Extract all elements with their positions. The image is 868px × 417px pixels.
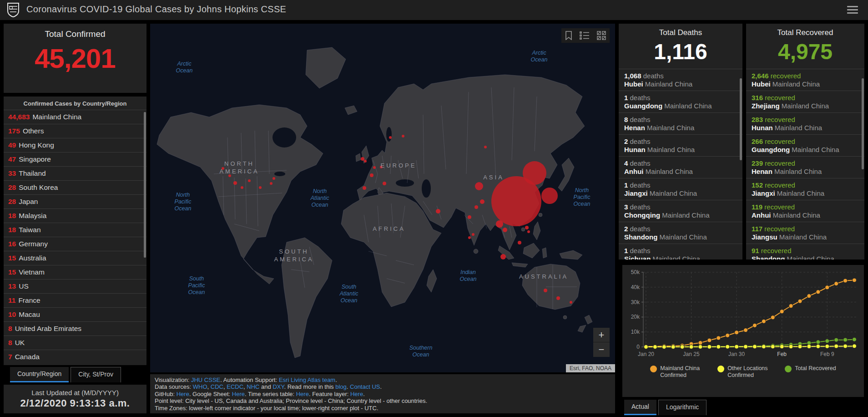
data-point[interactable]	[780, 345, 784, 349]
data-point[interactable]	[789, 345, 793, 349]
data-point[interactable]	[789, 304, 793, 308]
data-point[interactable]	[698, 341, 702, 345]
data-point[interactable]	[680, 345, 684, 349]
data-point[interactable]	[807, 344, 811, 348]
data-point[interactable]	[771, 315, 775, 320]
data-point[interactable]	[843, 279, 848, 283]
map-canvas[interactable]: ArcticOceanArcticOceanNorthAtlanticOcean…	[150, 24, 615, 372]
stat-row[interactable]: 1,068 deathsHubei Mainland China	[619, 69, 742, 91]
timeline-chart[interactable]: 010k20k30k40k50kJan 20Jan 25Jan 30FebFeb…	[622, 265, 864, 361]
data-point[interactable]	[752, 323, 757, 327]
tab-logarithmic[interactable]: Logarithmic	[658, 400, 707, 415]
zoom-in-button[interactable]: +	[593, 328, 610, 342]
data-point[interactable]	[735, 331, 739, 335]
data-point[interactable]	[662, 345, 666, 349]
confirmed-row[interactable]: 15Australia	[4, 251, 146, 265]
tab-city-stprov[interactable]: City, St/Prov	[71, 367, 121, 382]
confirmed-row[interactable]: 28South Korea	[4, 180, 146, 194]
data-point[interactable]	[843, 344, 848, 348]
confirmed-row[interactable]: 16Germany	[4, 237, 146, 251]
data-point[interactable]	[780, 310, 784, 314]
stat-row[interactable]: 3 deathsChongqing Mainland China	[619, 200, 742, 222]
confirmed-row[interactable]: 10Macau	[4, 307, 146, 321]
tab-actual[interactable]: Actual	[624, 400, 656, 415]
stat-row[interactable]: 1 deathsSichuan Mainland China	[619, 244, 742, 259]
confirmed-row[interactable]: 15Vietnam	[4, 265, 146, 279]
footer-link[interactable]: Here	[232, 391, 245, 397]
footer-link[interactable]: DXY	[273, 383, 284, 390]
stat-row[interactable]: 2,646 recoveredHubei Mainland China	[746, 69, 864, 91]
data-point[interactable]	[853, 344, 857, 348]
data-point[interactable]	[717, 345, 721, 349]
confirmed-row[interactable]: 18Taiwan	[4, 223, 146, 237]
data-point[interactable]	[752, 345, 757, 349]
footer-link[interactable]: Esri Living Atlas team	[279, 376, 335, 383]
data-point[interactable]	[834, 282, 838, 286]
data-point[interactable]	[762, 319, 766, 323]
stat-row[interactable]: 152 recoveredJiangxi Mainland China	[746, 178, 864, 200]
footer-link[interactable]: WHO	[193, 383, 207, 390]
footer-link[interactable]: Contact US	[350, 383, 380, 390]
zoom-out-button[interactable]: −	[593, 342, 610, 357]
data-point[interactable]	[816, 344, 820, 348]
data-point[interactable]	[762, 345, 766, 349]
confirmed-row[interactable]: 7Canada	[4, 350, 146, 364]
data-point[interactable]	[853, 337, 857, 341]
stat-row[interactable]: 283 recoveredHunan Mainland China	[746, 112, 864, 134]
stat-row[interactable]: 4 deathsAnhui Mainland China	[619, 156, 742, 178]
legend-mainland-china[interactable]: Mainland China Confirmed	[650, 365, 706, 379]
legend-total-recovered[interactable]: Total Recovered	[785, 365, 836, 379]
data-point[interactable]	[798, 299, 802, 303]
world-map[interactable]: ArcticOceanArcticOceanNorthAtlanticOcean…	[150, 24, 615, 372]
footer-link[interactable]: JHU CSSE	[191, 376, 220, 383]
data-point[interactable]	[816, 340, 820, 344]
data-point[interactable]	[771, 345, 775, 349]
stat-row[interactable]: 316 recoveredZhejiang Mainland China	[746, 91, 864, 112]
data-point[interactable]	[807, 294, 811, 298]
data-point[interactable]	[843, 338, 848, 342]
data-point[interactable]	[816, 290, 820, 294]
legend-other-locations[interactable]: Other Locations Confirmed	[717, 365, 773, 379]
confirmed-row[interactable]: 8United Arab Emirates	[4, 321, 146, 336]
footer-link[interactable]: blog	[335, 383, 347, 390]
bookmark-icon[interactable]	[565, 31, 572, 40]
stat-row[interactable]: 266 recoveredGuangdong Mainland China	[746, 134, 864, 156]
stat-row[interactable]: 1 deathsJiangxi Mainland China	[619, 178, 742, 200]
scrollbar-thumb[interactable]	[862, 78, 864, 169]
footer-link[interactable]: CDC	[211, 383, 223, 390]
footer-link[interactable]: Here	[296, 391, 309, 397]
data-point[interactable]	[671, 345, 675, 349]
stat-row[interactable]: 239 recoveredHenan Mainland China	[746, 156, 864, 178]
footer-link[interactable]: Here	[350, 391, 363, 397]
confirmed-row[interactable]: 175Others	[4, 124, 146, 138]
footer-link[interactable]: ECDC	[227, 383, 243, 390]
data-point[interactable]	[698, 345, 702, 349]
data-point[interactable]	[689, 345, 693, 349]
confirmed-row[interactable]: 49Hong Kong	[4, 138, 146, 152]
confirmed-row[interactable]: 18Malaysia	[4, 208, 146, 223]
data-point[interactable]	[726, 345, 730, 349]
basemap-grid-icon[interactable]	[597, 31, 606, 40]
legend-list-icon[interactable]	[580, 31, 590, 40]
confirmed-row[interactable]: 13US	[4, 279, 146, 293]
stat-row[interactable]: 117 recoveredJiangsu Mainland China	[746, 222, 864, 244]
data-point[interactable]	[726, 333, 730, 337]
data-point[interactable]	[825, 344, 829, 348]
data-point[interactable]	[834, 338, 838, 342]
data-point[interactable]	[825, 285, 829, 290]
confirmed-row[interactable]: 28Japan	[4, 194, 146, 208]
confirmed-row[interactable]: 8UK	[4, 336, 146, 350]
data-point[interactable]	[744, 345, 748, 349]
data-point[interactable]	[644, 345, 648, 349]
data-point[interactable]	[798, 345, 802, 349]
data-point[interactable]	[653, 345, 657, 349]
scrollbar-thumb[interactable]	[144, 112, 146, 258]
data-point[interactable]	[707, 338, 712, 342]
data-point[interactable]	[735, 345, 739, 349]
tab-country-region[interactable]: Country/Region	[10, 367, 69, 382]
menu-icon[interactable]	[847, 6, 858, 14]
scrollbar-thumb[interactable]	[740, 78, 742, 160]
data-point[interactable]	[744, 328, 748, 332]
confirmed-row[interactable]: 44,683Mainland China	[4, 110, 146, 124]
stat-row[interactable]: 2 deathsHunan Mainland China	[619, 134, 742, 156]
